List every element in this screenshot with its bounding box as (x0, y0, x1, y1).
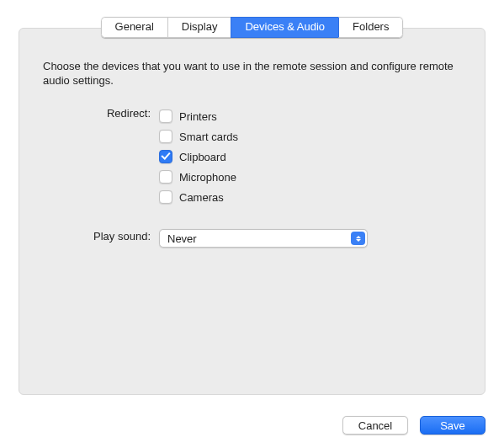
redirect-option-smart-cards[interactable]: Smart cards (159, 126, 461, 147)
redirect-option-microphone[interactable]: Microphone (159, 167, 461, 187)
tab-devices-audio[interactable]: Devices & Audio (231, 17, 338, 38)
devices-audio-panel: Choose the devices that you want to use … (19, 28, 485, 395)
tabs-bar: General Display Devices & Audio Folders (8, 17, 496, 38)
redirect-options: Printers Smart cards Clipboard Microphon… (159, 106, 461, 207)
checkbox-icon[interactable] (159, 190, 172, 204)
play-sound-control: Never (159, 229, 461, 248)
redirect-option-printers[interactable]: Printers (159, 106, 461, 126)
cancel-button[interactable]: Cancel (342, 416, 408, 435)
dialog-footer: Cancel Save (342, 416, 485, 435)
preferences-window: General Display Devices & Audio Folders … (0, 0, 504, 448)
tab-display[interactable]: Display (167, 17, 231, 38)
tab-folders[interactable]: Folders (338, 17, 403, 38)
checkbox-icon[interactable] (159, 170, 172, 184)
checkbox-icon[interactable] (159, 130, 172, 143)
play-sound-label: Play sound: (43, 229, 159, 248)
checkbox-label: Clipboard (179, 151, 226, 163)
tab-general[interactable]: General (101, 17, 167, 38)
updown-arrows-icon (351, 232, 365, 245)
redirect-option-cameras[interactable]: Cameras (159, 187, 461, 207)
play-sound-row: Play sound: Never (43, 229, 461, 248)
redirect-option-clipboard[interactable]: Clipboard (159, 147, 461, 167)
panel-description: Choose the devices that you want to use … (43, 59, 461, 88)
checkbox-label: Cameras (179, 191, 224, 204)
checkbox-icon[interactable] (159, 150, 172, 163)
checkbox-label: Smart cards (179, 131, 238, 143)
redirect-label: Redirect: (43, 106, 159, 207)
checkbox-label: Printers (179, 110, 217, 123)
checkbox-label: Microphone (179, 171, 236, 184)
tab-strip: General Display Devices & Audio Folders (101, 17, 404, 38)
play-sound-select[interactable]: Never (159, 229, 368, 248)
save-button[interactable]: Save (420, 416, 485, 435)
play-sound-value: Never (167, 232, 197, 245)
redirect-row: Redirect: Printers Smart cards Clipboard… (43, 106, 461, 207)
checkbox-icon[interactable] (159, 109, 172, 123)
